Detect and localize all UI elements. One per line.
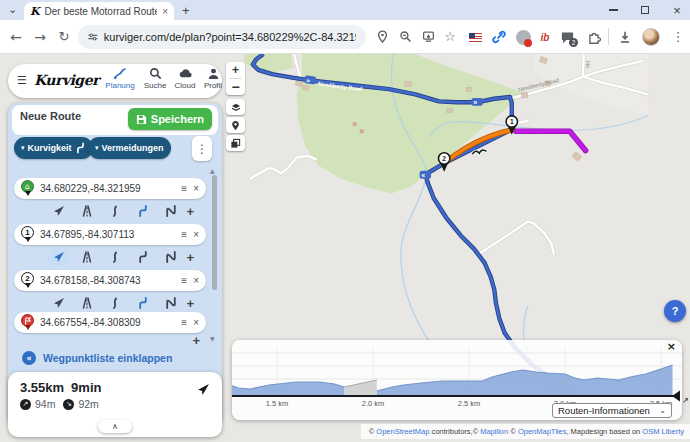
axis-tick-label: 2.0 km bbox=[362, 399, 385, 408]
address-bar[interactable]: kurviger.com/de/plan?point=34.680229%2C-… bbox=[78, 25, 366, 49]
zoom-out-icon[interactable] bbox=[395, 20, 415, 53]
curvy2-icon[interactable] bbox=[132, 202, 154, 220]
add-waypoint-button[interactable]: + bbox=[186, 204, 194, 219]
beeline-bird-icon[interactable] bbox=[48, 248, 70, 266]
chat-extension-icon[interactable]: 2 bbox=[557, 27, 577, 47]
fast-road-icon[interactable] bbox=[76, 202, 98, 220]
curvy3-icon[interactable] bbox=[160, 248, 182, 266]
install-app-icon[interactable] bbox=[418, 20, 438, 53]
scrollbar-thumb[interactable] bbox=[212, 175, 217, 290]
osm-link[interactable]: OpenStreetMap bbox=[376, 427, 429, 436]
waypoint-row-1[interactable]: 1 34.67895,-84.307113 ≡ × bbox=[14, 224, 206, 245]
forward-button[interactable]: → bbox=[30, 20, 50, 53]
remove-waypoint-icon[interactable]: × bbox=[193, 275, 199, 286]
hamburger-menu-icon[interactable]: ☰ bbox=[17, 74, 27, 87]
append-waypoint-button[interactable]: + bbox=[192, 333, 200, 348]
curvy2-icon[interactable] bbox=[132, 294, 154, 312]
curvy1-icon[interactable] bbox=[104, 202, 126, 220]
route-name-card: Speichern bbox=[12, 105, 218, 135]
extensions-puzzle-icon[interactable] bbox=[584, 27, 604, 47]
scroll-down-icon[interactable]: ▼ bbox=[210, 335, 215, 342]
app-content: » » « Newliberty Road Newliberty Road Ne bbox=[0, 54, 690, 442]
kurviger-logo[interactable]: Kurviger bbox=[34, 72, 99, 88]
route-name-input[interactable] bbox=[20, 110, 140, 122]
waypoint-row-2[interactable]: 2 34.678158,-84.308743 ≡ × bbox=[14, 270, 206, 291]
app-header: ☰ Kurviger Planung Suche Cloud Profil bbox=[8, 64, 222, 98]
add-waypoint-button[interactable]: + bbox=[186, 250, 194, 265]
elevation-chart bbox=[232, 340, 682, 408]
new-tab-button[interactable]: + bbox=[182, 3, 190, 18]
window-close-button[interactable]: × bbox=[662, 0, 690, 20]
window-minimize-button[interactable] bbox=[598, 0, 628, 20]
curvy1-icon[interactable] bbox=[104, 248, 126, 266]
scroll-up-icon[interactable]: ▲ bbox=[210, 167, 215, 174]
save-button[interactable]: Speichern bbox=[128, 108, 212, 130]
tab-planung[interactable]: Planung bbox=[104, 67, 136, 90]
tab-search-icon[interactable]: ⌄ bbox=[8, 3, 17, 16]
svg-text:1: 1 bbox=[510, 118, 514, 125]
waypoint-row-destination[interactable]: 34.667554,-84.308309 ≡ × bbox=[14, 312, 206, 333]
curvy2-icon[interactable] bbox=[132, 248, 154, 266]
map-style-button[interactable] bbox=[226, 135, 245, 151]
profile-avatar[interactable] bbox=[641, 27, 661, 47]
kurviger-favicon: K bbox=[30, 5, 40, 18]
drag-handle-icon[interactable]: ≡ bbox=[181, 183, 187, 194]
remove-waypoint-icon[interactable]: × bbox=[193, 183, 199, 194]
tab-profil[interactable]: Profil bbox=[197, 67, 229, 90]
svg-text:2: 2 bbox=[442, 155, 446, 162]
beeline-bird-icon[interactable] bbox=[48, 294, 70, 312]
flag-extension-icon[interactable] bbox=[465, 27, 485, 47]
link-extension-icon[interactable] bbox=[489, 27, 509, 47]
browser-tab[interactable]: K Der beste Motorrad Routenplan × bbox=[24, 2, 174, 20]
more-options-button[interactable]: ⋮ bbox=[192, 136, 212, 161]
remove-waypoint-icon[interactable]: × bbox=[193, 229, 199, 240]
elevation-close-icon[interactable]: × bbox=[667, 340, 676, 353]
save-icon bbox=[136, 114, 147, 125]
blocked-extension-icon[interactable] bbox=[513, 27, 533, 47]
axis-tick-label: 2.5 km bbox=[458, 399, 481, 408]
beeline-bird-icon[interactable] bbox=[48, 202, 70, 220]
browser-window: ⌄ K Der beste Motorrad Routenplan × + × … bbox=[0, 0, 690, 442]
search-icon bbox=[149, 67, 162, 80]
mapilion-link[interactable]: Mapilion bbox=[480, 427, 508, 436]
curvy1-icon[interactable] bbox=[104, 294, 126, 312]
curviness-button[interactable]: ▾ Kurvigkeit bbox=[14, 137, 93, 159]
remove-waypoint-icon[interactable]: × bbox=[193, 317, 199, 328]
download-icon[interactable] bbox=[615, 20, 635, 53]
curvy3-icon[interactable] bbox=[160, 294, 182, 312]
panel-resize-icon[interactable]: ↗ bbox=[682, 396, 689, 405]
fast-road-icon[interactable] bbox=[76, 294, 98, 312]
back-button[interactable]: ← bbox=[6, 20, 26, 53]
locate-button[interactable] bbox=[226, 117, 245, 133]
reload-button[interactable]: ↻ bbox=[54, 20, 74, 53]
drag-handle-icon[interactable]: ≡ bbox=[181, 317, 187, 328]
tab-suche[interactable]: Suche bbox=[139, 67, 171, 90]
location-pin-icon[interactable] bbox=[372, 20, 392, 53]
site-settings-icon[interactable] bbox=[88, 31, 98, 43]
tab-title: Der beste Motorrad Routenplan bbox=[45, 6, 158, 17]
ascent-icon: ↗ bbox=[20, 399, 31, 410]
route-stats-card: 3.55km 9min ↗ 94m ↘ 92m ∧ bbox=[8, 372, 222, 437]
drag-handle-icon[interactable]: ≡ bbox=[181, 229, 187, 240]
osm-liberty-link[interactable]: OSM Liberty bbox=[642, 427, 684, 436]
browser-toolbar: ← → ↻ kurviger.com/de/plan?point=34.6802… bbox=[0, 20, 690, 54]
ib-extension-icon[interactable]: ib bbox=[535, 27, 555, 47]
copy-icon bbox=[230, 138, 241, 149]
fast-road-icon[interactable] bbox=[76, 248, 98, 266]
route-info-label: Routen-Informationen bbox=[558, 405, 650, 416]
waypoint-row-start[interactable]: ⌂ 34.680229,-84.321959 ≡ × bbox=[14, 178, 206, 199]
curvy3-icon[interactable] bbox=[160, 202, 182, 220]
browser-menu-icon[interactable]: ⋮ bbox=[668, 20, 688, 53]
drag-handle-icon[interactable]: ≡ bbox=[181, 275, 187, 286]
collapse-card-button[interactable]: ∧ bbox=[98, 420, 132, 433]
collapse-waypoint-list-link[interactable]: « Wegpunktliste einklappen bbox=[22, 351, 172, 365]
bookmark-star-icon[interactable]: ☆ bbox=[440, 20, 460, 53]
route-info-dropdown[interactable]: Routen-Informationen ⌄ bbox=[552, 403, 672, 418]
help-button[interactable]: ? bbox=[664, 300, 686, 322]
tab-close-icon[interactable]: × bbox=[162, 6, 168, 17]
openmaptiles-link[interactable]: OpenMapTiles bbox=[518, 427, 567, 436]
add-waypoint-button[interactable]: + bbox=[186, 296, 194, 311]
window-maximize-button[interactable] bbox=[630, 0, 660, 20]
layers-button[interactable] bbox=[226, 99, 245, 115]
avoidances-button[interactable]: ▾ Vermeidungen bbox=[88, 137, 171, 159]
